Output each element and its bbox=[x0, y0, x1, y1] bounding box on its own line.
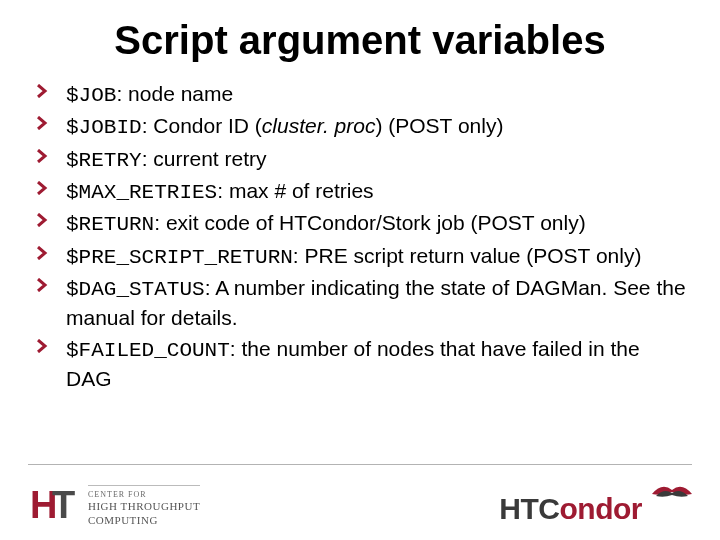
ht-mark-icon: HT bbox=[30, 482, 78, 530]
list-item: $FAILED_COUNT: the number of nodes that … bbox=[36, 335, 690, 394]
footer-rule bbox=[28, 464, 692, 465]
var-name: $FAILED_COUNT bbox=[66, 339, 230, 362]
left-logo-line1: CENTER FOR bbox=[88, 490, 200, 500]
var-name: $DAG_STATUS bbox=[66, 278, 205, 301]
variable-list: $JOB: node name $JOBID: Condor ID (clust… bbox=[30, 80, 690, 393]
var-desc: : PRE script return value (POST only) bbox=[293, 244, 642, 267]
list-item: $RETURN: exit code of HTCondor/Stork job… bbox=[36, 209, 690, 239]
chevron-icon bbox=[36, 149, 50, 163]
var-desc-post: ) (POST only) bbox=[375, 114, 503, 137]
list-item: $DAG_STATUS: A number indicating the sta… bbox=[36, 274, 690, 333]
slide: Script argument variables $JOB: node nam… bbox=[0, 0, 720, 540]
var-name: $PRE_SCRIPT_RETURN bbox=[66, 246, 293, 269]
var-name: $RETURN bbox=[66, 213, 154, 236]
chevron-icon bbox=[36, 84, 50, 98]
var-name: $JOB bbox=[66, 84, 116, 107]
var-name: $RETRY bbox=[66, 149, 142, 172]
list-item: $MAX_RETRIES: max # of retries bbox=[36, 177, 690, 207]
left-logo-line3: COMPUTING bbox=[88, 514, 200, 528]
list-item: $PRE_SCRIPT_RETURN: PRE script return va… bbox=[36, 242, 690, 272]
var-name: $JOBID bbox=[66, 116, 142, 139]
list-item: $JOBID: Condor ID (cluster. proc) (POST … bbox=[36, 112, 690, 142]
var-desc: : current retry bbox=[142, 147, 267, 170]
var-desc-italic: cluster. proc bbox=[262, 114, 376, 137]
slide-title: Script argument variables bbox=[30, 18, 690, 62]
chevron-icon bbox=[36, 278, 50, 292]
chevron-icon bbox=[36, 339, 50, 353]
htcondor-text: HTCondor bbox=[499, 492, 642, 526]
var-desc: : exit code of HTCondor/Stork job (POST … bbox=[154, 211, 585, 234]
var-name: $MAX_RETRIES bbox=[66, 181, 217, 204]
right-logo: HTCondor bbox=[499, 492, 690, 526]
var-desc: : max # of retries bbox=[217, 179, 373, 202]
chevron-icon bbox=[36, 246, 50, 260]
chevron-icon bbox=[36, 213, 50, 227]
condor-bird-icon bbox=[650, 476, 694, 506]
var-desc-pre: : Condor ID ( bbox=[142, 114, 262, 137]
left-logo-text: CENTER FOR HIGH THROUGHPUT COMPUTING bbox=[88, 485, 200, 528]
left-logo: HT CENTER FOR HIGH THROUGHPUT COMPUTING bbox=[30, 482, 200, 530]
footer: HT CENTER FOR HIGH THROUGHPUT COMPUTING … bbox=[0, 464, 720, 540]
chevron-icon bbox=[36, 116, 50, 130]
list-item: $JOB: node name bbox=[36, 80, 690, 110]
var-desc: : node name bbox=[116, 82, 233, 105]
list-item: $RETRY: current retry bbox=[36, 145, 690, 175]
chevron-icon bbox=[36, 181, 50, 195]
left-logo-line2: HIGH THROUGHPUT bbox=[88, 500, 200, 514]
